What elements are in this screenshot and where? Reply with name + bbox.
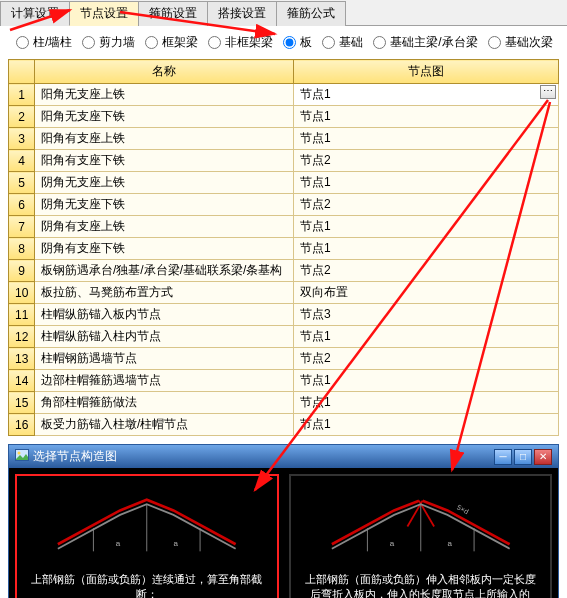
cell-node-value[interactable]: 节点1 xyxy=(294,238,559,260)
node-option-1-desc: 上部钢筋（面筋或负筋）连续通过，算至角部截断； xyxy=(27,572,267,598)
table-row[interactable]: 9板钢筋遇承台/独基/承台梁/基础联系梁/条基构节点2 xyxy=(9,260,559,282)
cell-node-value[interactable]: 节点1 xyxy=(294,370,559,392)
table-row[interactable]: 11柱帽纵筋锚入板内节点节点3 xyxy=(9,304,559,326)
row-number: 8 xyxy=(9,238,35,260)
cell-name[interactable]: 板受力筋锚入柱墩/柱帽节点 xyxy=(35,414,294,436)
node-option-1[interactable]: a a 上部钢筋（面筋或负筋）连续通过，算至角部截断； 节点一 xyxy=(15,474,279,598)
table-row[interactable]: 10板拉筋、马凳筋布置方式双向布置 xyxy=(9,282,559,304)
ellipsis-button[interactable]: ⋯ xyxy=(540,85,556,99)
table-row[interactable]: 5阴角无支座上铁节点1 xyxy=(9,172,559,194)
table-row[interactable]: 13柱帽钢筋遇墙节点节点2 xyxy=(9,348,559,370)
row-number: 9 xyxy=(9,260,35,282)
picture-icon xyxy=(15,449,29,464)
cell-node-value[interactable]: 节点1 xyxy=(294,326,559,348)
svg-text:5×d: 5×d xyxy=(455,503,469,516)
cell-name[interactable]: 阳角无支座下铁 xyxy=(35,106,294,128)
dialog-titlebar[interactable]: 选择节点构造图 ─ □ ✕ xyxy=(9,445,558,468)
cell-name[interactable]: 阳角有支座上铁 xyxy=(35,128,294,150)
minimize-button[interactable]: ─ xyxy=(494,449,512,465)
row-number: 15 xyxy=(9,392,35,414)
cell-name[interactable]: 阴角有支座上铁 xyxy=(35,216,294,238)
table-row[interactable]: 1阳角无支座上铁节点1⋯ xyxy=(9,84,559,106)
cell-name[interactable]: 阴角有支座下铁 xyxy=(35,238,294,260)
table-row[interactable]: 3阳角有支座上铁节点1 xyxy=(9,128,559,150)
table-row[interactable]: 8阴角有支座下铁节点1 xyxy=(9,238,559,260)
svg-text:a: a xyxy=(447,539,452,548)
table-row[interactable]: 4阳角有支座下铁节点2 xyxy=(9,150,559,172)
row-number: 5 xyxy=(9,172,35,194)
cell-name[interactable]: 板钢筋遇承台/独基/承台梁/基础联系梁/条基构 xyxy=(35,260,294,282)
table-row[interactable]: 12柱帽纵筋锚入柱内节点节点1 xyxy=(9,326,559,348)
cell-name[interactable]: 板拉筋、马凳筋布置方式 xyxy=(35,282,294,304)
row-number: 2 xyxy=(9,106,35,128)
cell-node-value[interactable]: 节点2 xyxy=(294,348,559,370)
cell-node-value[interactable]: 节点2 xyxy=(294,260,559,282)
maximize-button[interactable]: □ xyxy=(514,449,532,465)
cell-node-value[interactable]: 节点1 xyxy=(294,172,559,194)
tab-stirrup-settings[interactable]: 箍筋设置 xyxy=(138,1,208,26)
table-row[interactable]: 6阴角无支座下铁节点2 xyxy=(9,194,559,216)
tab-lap-settings[interactable]: 搭接设置 xyxy=(207,1,277,26)
row-number: 14 xyxy=(9,370,35,392)
cell-name[interactable]: 角部柱帽箍筋做法 xyxy=(35,392,294,414)
row-number: 3 xyxy=(9,128,35,150)
node-diagram-2: a a 5×d xyxy=(295,482,547,562)
row-number: 11 xyxy=(9,304,35,326)
radio-frame-beam[interactable]: 框架梁 xyxy=(139,34,198,51)
row-number: 12 xyxy=(9,326,35,348)
cell-node-value[interactable]: 节点2 xyxy=(294,194,559,216)
node-option-2[interactable]: a a 5×d 上部钢筋（面筋或负筋）伸入相邻板内一定长度后弯折入板内，伸入的长… xyxy=(289,474,553,598)
cell-name[interactable]: 阴角无支座下铁 xyxy=(35,194,294,216)
close-button[interactable]: ✕ xyxy=(534,449,552,465)
cell-name[interactable]: 柱帽纵筋锚入板内节点 xyxy=(35,304,294,326)
select-node-dialog: 选择节点构造图 ─ □ ✕ a a 上部钢筋（面筋或负筋）连续通过，算至角部截断… xyxy=(8,444,559,598)
table-row[interactable]: 14边部柱帽箍筋遇墙节点节点1 xyxy=(9,370,559,392)
cell-name[interactable]: 边部柱帽箍筋遇墙节点 xyxy=(35,370,294,392)
col-node-diagram[interactable]: 节点图 xyxy=(294,60,559,84)
table-row[interactable]: 2阳角无支座下铁节点1 xyxy=(9,106,559,128)
svg-text:a: a xyxy=(389,539,394,548)
row-number: 6 xyxy=(9,194,35,216)
svg-point-1 xyxy=(18,452,21,455)
cell-name[interactable]: 阳角无支座上铁 xyxy=(35,84,294,106)
row-number: 13 xyxy=(9,348,35,370)
tab-stirrup-formula[interactable]: 箍筋公式 xyxy=(276,1,346,26)
table-row[interactable]: 7阴角有支座上铁节点1 xyxy=(9,216,559,238)
dialog-title: 选择节点构造图 xyxy=(33,448,117,465)
radio-found-main-beam[interactable]: 基础主梁/承台梁 xyxy=(367,34,477,51)
cell-node-value[interactable]: 节点1 xyxy=(294,106,559,128)
row-number: 16 xyxy=(9,414,35,436)
radio-foundation[interactable]: 基础 xyxy=(316,34,363,51)
cell-name[interactable]: 阴角无支座上铁 xyxy=(35,172,294,194)
cell-node-value[interactable]: 节点1 xyxy=(294,216,559,238)
cell-node-value[interactable]: 节点2 xyxy=(294,150,559,172)
radio-column-wall[interactable]: 柱/墙柱 xyxy=(10,34,72,51)
node-option-2-desc: 上部钢筋（面筋或负筋）伸入相邻板内一定长度后弯折入板内，伸入的长度取节点上所输入… xyxy=(301,572,541,598)
table-row[interactable]: 15角部柱帽箍筋做法节点1 xyxy=(9,392,559,414)
table-row[interactable]: 16板受力筋锚入柱墩/柱帽节点节点1 xyxy=(9,414,559,436)
cell-node-value[interactable]: 节点1 xyxy=(294,392,559,414)
node-diagram-1: a a xyxy=(21,482,273,562)
col-name[interactable]: 名称 xyxy=(35,60,294,84)
cell-name[interactable]: 柱帽纵筋锚入柱内节点 xyxy=(35,326,294,348)
tab-calc-settings[interactable]: 计算设置 xyxy=(0,1,70,26)
tab-node-settings[interactable]: 节点设置 xyxy=(69,1,139,26)
row-number: 10 xyxy=(9,282,35,304)
row-number: 1 xyxy=(9,84,35,106)
row-number: 4 xyxy=(9,150,35,172)
cell-node-value[interactable]: 节点3 xyxy=(294,304,559,326)
cell-name[interactable]: 阳角有支座下铁 xyxy=(35,150,294,172)
radio-nonframe-beam[interactable]: 非框架梁 xyxy=(202,34,273,51)
cell-node-value[interactable]: 节点1 xyxy=(294,128,559,150)
radio-shear-wall[interactable]: 剪力墙 xyxy=(76,34,135,51)
member-type-radios: 柱/墙柱 剪力墙 框架梁 非框架梁 板 基础 基础主梁/承台梁 基础次梁 xyxy=(0,26,567,59)
cell-node-value[interactable]: 节点1⋯ xyxy=(294,84,559,106)
cell-node-value[interactable]: 节点1 xyxy=(294,414,559,436)
cell-name[interactable]: 柱帽钢筋遇墙节点 xyxy=(35,348,294,370)
node-grid: 名称 节点图 1阳角无支座上铁节点1⋯2阳角无支座下铁节点13阳角有支座上铁节点… xyxy=(8,59,559,436)
grid-corner xyxy=(9,60,35,84)
radio-slab[interactable]: 板 xyxy=(277,34,312,51)
radio-found-sec-beam[interactable]: 基础次梁 xyxy=(482,34,553,51)
tab-bar: 计算设置 节点设置 箍筋设置 搭接设置 箍筋公式 xyxy=(0,0,567,26)
cell-node-value[interactable]: 双向布置 xyxy=(294,282,559,304)
